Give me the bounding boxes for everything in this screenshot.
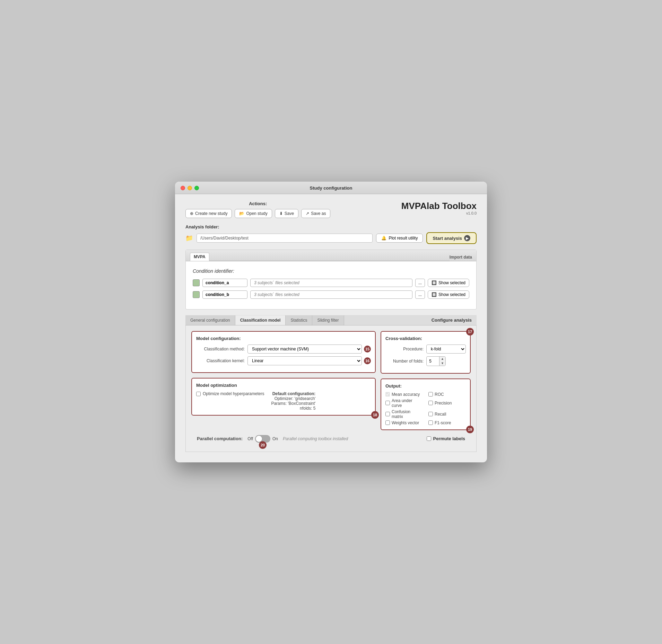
open-label: Open study <box>246 211 267 216</box>
tab-mvpa[interactable]: MVPA <box>190 253 209 261</box>
analysis-folder-row: 📁 🔔 Plot result utility Start analysis ▶ <box>185 232 477 244</box>
output-mean-accuracy: Mean accuracy <box>385 392 423 397</box>
tab-sliding-filter[interactable]: Sliding filter <box>312 315 344 325</box>
close-button[interactable] <box>181 186 185 190</box>
classification-method-select[interactable]: Support vector machine (SVM) Linear Disc… <box>247 345 362 354</box>
folds-input[interactable] <box>427 357 439 365</box>
folds-label: Number of folds: <box>385 359 424 364</box>
output-auc: Area under curve <box>385 398 423 408</box>
opt-left: Optimize model hyperparameters <box>196 391 264 396</box>
condition-b-name-input[interactable] <box>202 290 247 299</box>
cross-validation-title: Cross-validation: <box>385 336 466 341</box>
folds-increment[interactable]: ▲ <box>439 357 445 361</box>
condition-a-row: ... 🔲 Show selected <box>193 279 469 287</box>
precision-checkbox[interactable] <box>428 401 433 405</box>
confusion-matrix-checkbox[interactable] <box>385 412 390 416</box>
weights-vector-checkbox[interactable] <box>385 420 390 425</box>
save-label: Save <box>285 211 294 216</box>
auc-label: Area under curve <box>392 398 423 408</box>
create-new-study-button[interactable]: ⊕ Create new study <box>185 209 232 218</box>
output-f1-score: F1-score <box>428 420 466 425</box>
condition-a-browse-button[interactable]: ... <box>415 279 425 287</box>
app-window: Study configuration Actions: ⊕ Create ne… <box>175 182 487 462</box>
model-optimization-panel: Model optimization Optimize model hyperp… <box>191 378 376 416</box>
app-title: MVPAlab Toolbox <box>401 201 477 211</box>
badge-18: 18 <box>371 411 379 419</box>
open-study-button[interactable]: 📂 Open study <box>235 209 272 218</box>
precision-label: Precision <box>435 401 452 406</box>
folds-decrement[interactable]: ▼ <box>439 361 445 366</box>
folds-input-wrapper: ▲ ▼ <box>426 356 446 366</box>
save-button[interactable]: ⬇ Save <box>275 209 298 218</box>
roc-checkbox[interactable] <box>428 392 433 397</box>
tab-statistics[interactable]: Statistics <box>286 315 312 325</box>
window-title: Study configuration <box>310 185 352 191</box>
import-data-label: Import data <box>450 255 472 261</box>
off-label: Off <box>247 436 253 441</box>
condition-b-row: ... 🔲 Show selected <box>193 290 469 299</box>
parallel-info-text: Parallel computing toolbox installed <box>283 436 348 441</box>
save-as-button[interactable]: ↗ Save as <box>301 209 330 218</box>
start-label: Start analysis <box>433 236 462 241</box>
tab-classification-model[interactable]: Classification model <box>235 315 286 325</box>
permute-label-text: Permute labels <box>433 436 465 441</box>
optimize-label: Optimize model hyperparameters <box>203 391 264 396</box>
parallel-label: Parallel computation: <box>197 436 243 441</box>
browse-b-label: ... <box>418 292 422 297</box>
optimizer-label: Optimizer: 'gridsearch' <box>275 396 316 401</box>
show-selected-a-label: Show selected <box>438 280 465 285</box>
create-label: Create new study <box>195 211 227 216</box>
condition-a-color <box>193 279 200 286</box>
condition-b-browse-button[interactable]: ... <box>415 290 425 299</box>
play-icon: ▶ <box>464 235 470 241</box>
condition-b-files-input[interactable] <box>250 290 412 299</box>
create-icon: ⊕ <box>190 211 193 216</box>
plot-result-button[interactable]: 🔔 Plot result utility <box>376 234 423 243</box>
permute-labels-checkbox[interactable] <box>427 436 431 441</box>
fullscreen-button[interactable] <box>194 186 199 190</box>
branding-section: MVPAlab Toolbox v1.0.0 <box>401 201 477 215</box>
toggle-group: Off On 20 <box>247 435 278 443</box>
output-panel: 19 Output: Mean accuracy ROC <box>381 378 471 430</box>
bell-icon: 🔔 <box>381 236 386 241</box>
output-title: Output: <box>385 383 466 389</box>
configure-analysis-section: General configuration Classification mod… <box>185 315 477 452</box>
config-inner: Model configuration: Classification meth… <box>191 331 471 430</box>
badge-17: 17 <box>466 328 474 336</box>
procedure-select[interactable]: k-fold leave-one-out <box>426 345 466 354</box>
show-selected-a-icon: 🔲 <box>432 280 437 285</box>
output-roc: ROC <box>428 392 466 397</box>
recall-label: Recall <box>435 412 446 417</box>
f1-score-checkbox[interactable] <box>428 420 433 425</box>
weights-vector-label: Weights vector <box>392 420 419 425</box>
output-precision: Precision <box>428 398 466 408</box>
condition-a-name-input[interactable] <box>202 279 247 287</box>
condition-a-show-selected-button[interactable]: 🔲 Show selected <box>428 279 469 287</box>
config-left: Model configuration: Classification meth… <box>191 331 376 430</box>
action-buttons-group: ⊕ Create new study 📂 Open study ⬇ Save ↗… <box>185 209 330 218</box>
actions-section: Actions: ⊕ Create new study 📂 Open study… <box>185 201 330 218</box>
folder-path-input[interactable] <box>197 234 373 243</box>
auc-checkbox[interactable] <box>385 401 390 405</box>
actions-bar: Actions: ⊕ Create new study 📂 Open study… <box>185 201 477 218</box>
recall-checkbox[interactable] <box>428 412 433 416</box>
condition-b-show-selected-button[interactable]: 🔲 Show selected <box>428 290 469 299</box>
tab-general-config[interactable]: General configuration <box>185 315 235 325</box>
main-content: Actions: ⊕ Create new study 📂 Open study… <box>175 194 487 462</box>
optimize-checkbox[interactable] <box>196 392 201 396</box>
app-version: v1.0.0 <box>401 211 477 215</box>
save-icon: ⬇ <box>279 211 283 216</box>
classification-kernel-select[interactable]: Linear RBF Polynomial <box>247 356 362 365</box>
traffic-lights <box>181 186 199 190</box>
condition-a-files-input[interactable] <box>250 279 412 287</box>
classification-kernel-row: Classification kernel: Linear RBF Polyno… <box>196 356 371 365</box>
procedure-label: Procedure: <box>385 347 424 351</box>
start-analysis-button[interactable]: Start analysis ▶ <box>426 232 477 244</box>
badge-15: 15 <box>364 346 371 353</box>
output-weights-vector: Weights vector <box>385 420 423 425</box>
minimize-button[interactable] <box>188 186 192 190</box>
config-right: 17 Cross-validation: Procedure: k-fold l… <box>381 331 471 430</box>
badge-20: 20 <box>259 441 267 449</box>
mean-accuracy-checkbox[interactable] <box>385 392 390 397</box>
f1-score-label: F1-score <box>435 420 451 425</box>
